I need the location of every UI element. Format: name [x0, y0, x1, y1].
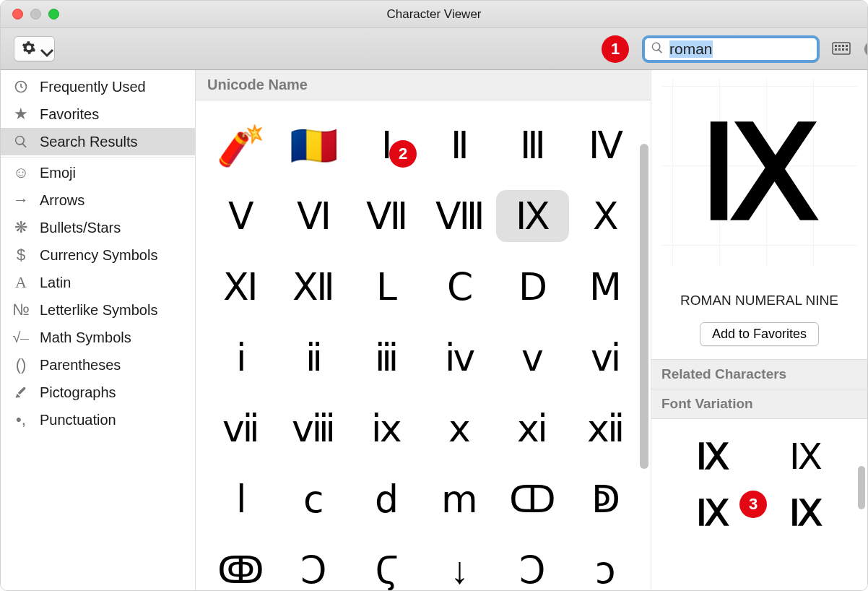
- parentheses-icon: (): [11, 356, 31, 374]
- char-roman-numeral-eleven[interactable]: Ⅺ: [204, 261, 277, 313]
- char-small-roman-numeral-eight[interactable]: ⅷ: [277, 402, 350, 454]
- char-roman-numeral-ten[interactable]: Ⅹ: [569, 190, 642, 242]
- punctuation-icon: •,: [11, 411, 31, 428]
- main-panel: Unicode Name 🧨🇷🇴ⅠⅡⅢⅣⅤⅥⅦⅧⅨⅩⅪⅫⅬⅭⅮⅯⅰⅱⅲⅳⅴⅵⅶⅷ…: [196, 70, 651, 590]
- char-down-arrow[interactable]: ↓: [423, 544, 496, 590]
- char-small-roman-numeral-five-hundred[interactable]: ⅾ: [350, 473, 423, 525]
- char-small-roman-numeral-fifty[interactable]: ⅼ: [204, 473, 277, 525]
- char-small-roman-numeral-twelve[interactable]: ⅻ: [569, 402, 642, 454]
- latin-icon: A: [11, 274, 31, 291]
- char-roman-numeral-one-hundred[interactable]: Ⅽ: [423, 261, 496, 313]
- char-roman-numeral-five-thousand[interactable]: ↁ: [569, 473, 642, 525]
- char-small-roman-numeral-six[interactable]: ⅵ: [569, 332, 642, 384]
- char-roman-numeral-twelve[interactable]: Ⅻ: [277, 261, 350, 313]
- sidebar-item-letterlike-symbols[interactable]: №Letterlike Symbols: [1, 296, 195, 324]
- character-name: ROMAN NUMERAL NINE: [659, 291, 860, 311]
- sidebar-item-punctuation[interactable]: •,Punctuation: [1, 406, 195, 433]
- char-reversed-c[interactable]: Ↄ: [496, 544, 569, 590]
- char-roman-numeral-eight[interactable]: Ⅷ: [423, 190, 496, 242]
- sidebar-item-frequently-used[interactable]: Frequently Used: [1, 73, 195, 100]
- bullets-stars-icon: ❋: [11, 219, 31, 236]
- currency-symbols-icon: $: [11, 246, 31, 264]
- sidebar-item-label: Pictographs: [40, 384, 116, 401]
- sidebar-item-arrows[interactable]: →Arrows: [1, 186, 195, 214]
- font-variation-3[interactable]: Ⅸ: [760, 494, 854, 535]
- sidebar-item-currency-symbols[interactable]: $Currency Symbols: [1, 241, 195, 269]
- char-latin-small-reversed-c[interactable]: ↄ: [569, 544, 642, 590]
- window-minimize-button[interactable]: [30, 9, 41, 20]
- detail-panel: Ⅸ ROMAN NUMERAL NINE Add to Favorites Re…: [651, 70, 867, 590]
- char-roman-numeral-one-thousand-cd[interactable]: ↀ: [496, 473, 569, 525]
- char-roman-numeral-five[interactable]: Ⅴ: [204, 190, 277, 242]
- char-roman-numeral-two[interactable]: Ⅱ: [423, 119, 496, 171]
- font-variation-0[interactable]: Ⅸ: [666, 436, 760, 477]
- sidebar-item-label: Letterlike Symbols: [40, 302, 157, 319]
- detail-scrollbar[interactable]: [858, 466, 865, 509]
- char-firecracker-emoji[interactable]: 🧨: [204, 119, 277, 171]
- char-roman-numeral-five-hundred[interactable]: Ⅾ: [496, 261, 569, 313]
- math-symbols-icon: √: [11, 329, 31, 346]
- sidebar-item-favorites[interactable]: ★Favorites: [1, 100, 195, 128]
- char-small-roman-numeral-seven[interactable]: ⅶ: [204, 402, 277, 454]
- char-roman-numeral-fifty[interactable]: Ⅼ: [350, 261, 423, 313]
- char-roman-numeral-reversed-one-hundred[interactable]: Ↄ: [277, 544, 350, 590]
- sidebar-item-label: Bullets/Stars: [40, 220, 121, 236]
- char-roman-numeral-ten-thousand[interactable]: ↂ: [204, 544, 277, 590]
- settings-menu-button[interactable]: [14, 36, 55, 61]
- svg-rect-1: [835, 45, 837, 47]
- search-field[interactable]: [642, 35, 820, 63]
- char-roman-numeral-three[interactable]: Ⅲ: [496, 119, 569, 171]
- char-roman-numeral-six[interactable]: Ⅵ: [277, 190, 350, 242]
- svg-rect-2: [838, 45, 841, 47]
- sidebar-item-latin[interactable]: ALatin: [1, 269, 195, 296]
- char-small-roman-numeral-eleven[interactable]: ⅺ: [496, 402, 569, 454]
- char-roman-numeral-four[interactable]: Ⅳ: [569, 119, 642, 171]
- window-title: Character Viewer: [386, 7, 481, 22]
- sidebar-item-label: Emoji: [40, 165, 76, 181]
- font-variation-header[interactable]: Font Variation: [651, 389, 867, 419]
- char-roman-numeral-one-thousand[interactable]: Ⅿ: [569, 261, 642, 313]
- sidebar-item-label: Latin: [40, 275, 71, 291]
- window-close-button[interactable]: [12, 9, 23, 20]
- font-variation-1[interactable]: Ⅸ: [760, 436, 854, 477]
- sidebar-item-math-symbols[interactable]: √Math Symbols: [1, 324, 195, 351]
- sidebar-item-bullets-stars[interactable]: ❋Bullets/Stars: [1, 214, 195, 241]
- related-characters-header[interactable]: Related Characters: [651, 359, 867, 389]
- char-roman-numeral-nine[interactable]: Ⅸ: [496, 190, 569, 242]
- char-greek-letter-stigma[interactable]: Ϛ: [350, 544, 423, 590]
- preview-glyph: Ⅸ: [700, 98, 819, 249]
- sidebar-item-search-results[interactable]: Search Results: [1, 128, 195, 155]
- vertical-scrollbar[interactable]: [640, 144, 648, 504]
- sidebar-item-label: Currency Symbols: [40, 247, 157, 264]
- clear-search-button[interactable]: [864, 41, 868, 57]
- keyboard-view-button[interactable]: [828, 36, 854, 62]
- svg-rect-3: [842, 45, 844, 47]
- char-small-roman-numeral-four[interactable]: ⅳ: [423, 332, 496, 384]
- frequently-used-icon: [11, 78, 31, 95]
- letterlike-symbols-icon: №: [11, 301, 31, 319]
- sidebar: Frequently Used★FavoritesSearch Results☺…: [1, 70, 196, 590]
- sidebar-item-emoji[interactable]: ☺Emoji: [1, 159, 195, 186]
- char-small-roman-numeral-nine[interactable]: ⅸ: [350, 402, 423, 454]
- char-small-roman-numeral-one[interactable]: ⅰ: [204, 332, 277, 384]
- char-small-roman-numeral-five[interactable]: ⅴ: [496, 332, 569, 384]
- add-to-favorites-button[interactable]: Add to Favorites: [700, 322, 819, 346]
- char-roman-numeral-seven[interactable]: Ⅶ: [350, 190, 423, 242]
- sidebar-item-parentheses[interactable]: ()Parentheses: [1, 351, 195, 379]
- annotation-3: 3: [739, 491, 767, 518]
- sidebar-item-label: Punctuation: [40, 412, 116, 428]
- pictographs-icon: [11, 384, 31, 401]
- window-zoom-button[interactable]: [48, 9, 59, 20]
- sidebar-item-label: Favorites: [40, 106, 99, 123]
- char-small-roman-numeral-one-hundred[interactable]: ⅽ: [277, 473, 350, 525]
- character-preview: Ⅸ: [661, 79, 857, 267]
- emoji-icon: ☺: [11, 164, 31, 181]
- char-small-roman-numeral-two[interactable]: ⅱ: [277, 332, 350, 384]
- arrows-icon: →: [11, 191, 31, 209]
- gear-icon: [22, 40, 36, 57]
- char-small-roman-numeral-ten[interactable]: ⅹ: [423, 402, 496, 454]
- char-small-roman-numeral-three[interactable]: ⅲ: [350, 332, 423, 384]
- char-small-roman-numeral-one-thousand[interactable]: ⅿ: [423, 473, 496, 525]
- sidebar-item-pictographs[interactable]: Pictographs: [1, 379, 195, 406]
- char-flag-romania-emoji[interactable]: 🇷🇴: [277, 119, 350, 171]
